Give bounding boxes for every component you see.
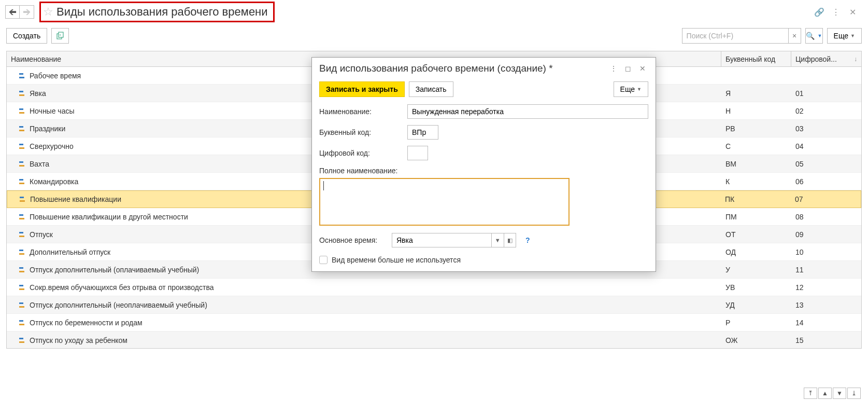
cell-num-code: 12 [791, 279, 861, 296]
save-button[interactable]: Записать [409, 81, 453, 97]
row-icon [19, 73, 26, 78]
cell-name-text: Отпуск по уходу за ребенком [30, 336, 127, 344]
cell-num-code: 15 [791, 332, 861, 348]
dialog-kebab-icon[interactable]: ⋮ [608, 63, 619, 74]
cell-letter-code: Я [721, 85, 791, 102]
cell-num-code: 13 [791, 296, 861, 313]
input-letter-code[interactable] [407, 125, 438, 140]
dialog-toolbar: Записать и закрыть Записать Еще ▼ [312, 78, 656, 103]
help-icon[interactable]: ? [525, 236, 530, 244]
label-letter-code: Буквенный код: [319, 128, 402, 136]
title-highlight: ☆ Виды использования рабочего времени [39, 2, 275, 22]
link-icon[interactable]: 🔗 [814, 7, 824, 17]
magnifier-icon: 🔍 [806, 32, 815, 40]
cell-letter-code: ОЖ [721, 332, 791, 348]
cell-letter-code [721, 67, 791, 84]
forward-button[interactable]: 🡲 [20, 5, 34, 19]
cell-letter-code: УВ [721, 279, 791, 296]
more-button[interactable]: Еще ▼ [827, 28, 862, 44]
close-icon[interactable]: ✕ [847, 7, 858, 17]
cell-name: Отпуск по уходу за ребенком [7, 332, 721, 348]
kebab-icon[interactable]: ⋮ [831, 7, 841, 17]
field-name-row: Наименование: [319, 104, 648, 119]
cell-num-code: 14 [791, 314, 861, 331]
field-fullname-row: Полное наименование: [319, 167, 648, 175]
select-base-time-input[interactable] [392, 233, 491, 247]
copy-button[interactable]: + [51, 28, 69, 44]
scroll-down-button[interactable]: ▼ [833, 388, 846, 399]
dialog-header: Вид использования рабочего времени (созд… [312, 58, 656, 78]
dialog-body: Наименование: Буквенный код: Цифровой ко… [312, 103, 656, 271]
cell-num-code: 03 [791, 120, 861, 137]
row-icon [19, 126, 26, 131]
cell-num-code: 09 [791, 226, 861, 243]
cell-name-text: Повышение квалификации в другой местност… [30, 213, 188, 221]
row-icon [19, 108, 26, 114]
scroll-bottom-button[interactable]: ⤓ [847, 388, 861, 399]
row-icon [19, 91, 26, 96]
cell-name-text: Отпуск дополнительный (оплачиваемый учеб… [30, 266, 199, 274]
cell-letter-code: ПМ [721, 208, 791, 225]
cell-num-code: 08 [791, 208, 861, 225]
select-dropdown-button[interactable]: ▼ [491, 233, 504, 247]
select-open-button[interactable]: ◧ [504, 233, 516, 247]
input-num-code[interactable] [407, 146, 428, 160]
scroll-up-button[interactable]: ▲ [818, 388, 832, 399]
cell-name-text: Отпуск дополнительный (неоплачиваемый уч… [30, 301, 207, 309]
cell-letter-code: У [721, 261, 791, 278]
cell-num-code: 02 [791, 102, 861, 119]
main-window: 🡰 🡲 ☆ Виды использования рабочего времен… [0, 0, 868, 400]
checkbox-not-used[interactable] [319, 256, 328, 264]
row-icon [19, 179, 26, 184]
cell-letter-code: Р [721, 314, 791, 331]
table-row[interactable]: Сокр.время обучающихся без отрыва от про… [7, 279, 861, 296]
cell-letter-code: ОД [721, 243, 791, 260]
select-base-time: ▼ ◧ [392, 233, 516, 247]
back-button[interactable]: 🡰 [5, 5, 20, 19]
chevron-down-icon: ▼ [818, 33, 822, 38]
favorite-star-icon[interactable]: ☆ [43, 5, 53, 19]
text-cursor [323, 181, 324, 190]
column-num-code[interactable]: Цифровой... [791, 51, 861, 66]
column-letter-code[interactable]: Буквенный код [721, 51, 791, 66]
header-bar: 🡰 🡲 ☆ Виды использования рабочего времен… [0, 0, 868, 24]
dialog-more-button[interactable]: Еще ▼ [614, 81, 648, 97]
toolbar-right: × 🔍 ▼ Еще ▼ [682, 28, 862, 44]
cell-name-text: Вахта [30, 160, 49, 168]
svg-text:+: + [59, 33, 62, 37]
row-icon [19, 338, 26, 343]
input-name[interactable] [407, 104, 648, 119]
cell-letter-code: К [721, 173, 791, 190]
cell-letter-code: ОТ [721, 226, 791, 243]
table-row[interactable]: Отпуск по уходу за ребенкомОЖ15 [7, 332, 861, 348]
dialog-close-icon[interactable]: ✕ [637, 63, 648, 74]
header-actions: 🔗 ⋮ ✕ [814, 7, 863, 17]
cell-num-code: 05 [791, 155, 861, 172]
checkbox-not-used-row: Вид времени больше не используется [319, 254, 648, 264]
row-icon [19, 285, 26, 290]
row-icon [19, 232, 26, 237]
cell-name: Отпуск дополнительный (неоплачиваемый уч… [7, 296, 721, 313]
search-input[interactable] [682, 29, 788, 43]
table-row[interactable]: Отпуск по беременности и родамР14 [7, 314, 861, 332]
table-row[interactable]: Отпуск дополнительный (неоплачиваемый уч… [7, 296, 861, 314]
chevron-down-icon: ▼ [850, 33, 855, 38]
save-close-button[interactable]: Записать и закрыть [319, 81, 405, 97]
label-name: Наименование: [319, 107, 402, 116]
field-letter-code-row: Буквенный код: [319, 125, 648, 140]
cell-name-text: Командировка [30, 177, 78, 186]
cell-name-text: Ночные часы [30, 107, 75, 115]
textarea-full-name[interactable] [319, 178, 570, 226]
label-num-code: Цифровой код: [319, 149, 402, 157]
row-icon [20, 197, 27, 202]
search-button[interactable]: 🔍 ▼ [805, 28, 823, 44]
search-clear-button[interactable]: × [788, 29, 801, 43]
scroll-top-button[interactable]: ⤒ [804, 388, 817, 399]
cell-num-code: 07 [791, 191, 861, 208]
label-full-name: Полное наименование: [319, 167, 397, 175]
cell-name-text: Сверхурочно [30, 142, 74, 150]
field-base-time-row: Основное время: ▼ ◧ ? [319, 233, 648, 247]
create-button[interactable]: Создать [6, 28, 47, 44]
dialog-maximize-icon[interactable]: ◻ [622, 63, 634, 74]
cell-num-code: 06 [791, 173, 861, 190]
